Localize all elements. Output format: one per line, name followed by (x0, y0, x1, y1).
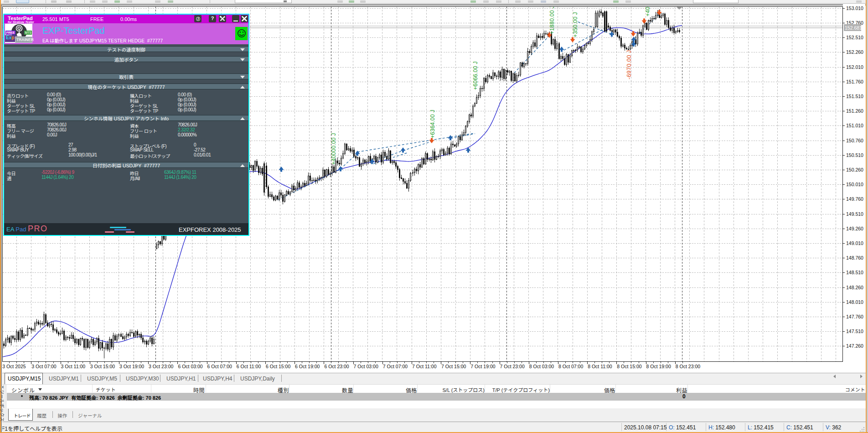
svg-text:-6970.00 J: -6970.00 J (625, 50, 632, 79)
svg-text:+6066.00 J: +6066.00 J (472, 61, 479, 90)
svg-text:+350.00 J: +350.00 J (572, 12, 579, 37)
svg-text:+400.00 J: +400.00 J (645, 6, 651, 16)
svg-text:+1880.00 J: +1880.00 J (549, 6, 555, 34)
svg-text:+6364.00 J: +6364.00 J (429, 110, 436, 138)
svg-text:+40000.00 J: +40000.00 J (331, 133, 337, 165)
